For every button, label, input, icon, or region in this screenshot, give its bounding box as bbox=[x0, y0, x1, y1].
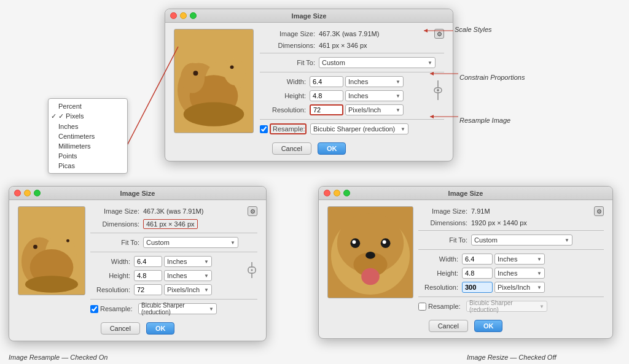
br-maximize-button[interactable] bbox=[343, 190, 350, 196]
bl-image-size-row: Image Size: 467.3K (was 7.91M) ⚙ bbox=[90, 206, 257, 216]
dropdown-item-pixels[interactable]: ✓ Pixels bbox=[49, 111, 127, 122]
main-dialog: Image Size bbox=[165, 9, 453, 161]
bl-resolution-input[interactable] bbox=[134, 284, 162, 295]
br-width-unit-select[interactable]: Inches ▼ bbox=[494, 254, 545, 265]
br-height-unit-select[interactable]: Inches ▼ bbox=[494, 268, 545, 279]
br-close-button[interactable] bbox=[324, 190, 330, 196]
bl-dialog-content: Image Size: 467.3K (was 7.91M) ⚙ Dimensi… bbox=[9, 200, 266, 341]
bl-width-unit-select[interactable]: Inches ▼ bbox=[164, 256, 212, 267]
br-resample-checkbox[interactable] bbox=[418, 303, 426, 311]
svg-point-4 bbox=[181, 63, 205, 93]
br-width-unit: Inches bbox=[498, 255, 517, 263]
bl-height-input[interactable] bbox=[134, 270, 162, 281]
resolution-row: Resolution: Pixels/Inch ▼ bbox=[260, 104, 444, 115]
bl-dimensions-label: Dimensions: bbox=[90, 220, 139, 228]
dropdown-item-percent[interactable]: Percent bbox=[49, 101, 127, 111]
dropdown-item-millimeters[interactable]: Millimeters bbox=[49, 141, 127, 151]
height-input[interactable] bbox=[310, 90, 343, 101]
br-main-area: Image Size: 7.91M ⚙ Dimensions: 1920 px … bbox=[327, 206, 604, 315]
bl-minimize-button[interactable] bbox=[24, 190, 31, 196]
close-button[interactable] bbox=[170, 12, 177, 19]
br-fit-to-select[interactable]: Custom ▼ bbox=[471, 234, 572, 246]
svg-point-26 bbox=[251, 269, 253, 271]
bl-link-icon bbox=[246, 259, 257, 281]
bl-fit-to-select[interactable]: Custom ▼ bbox=[143, 237, 238, 248]
unit-dropdown: Percent ✓ Pixels Inches Centimeters Mill… bbox=[48, 98, 128, 174]
bottom-left-dialog: Image Size Image Size: 467.3K bbox=[9, 186, 267, 341]
br-minimize-button[interactable] bbox=[334, 190, 340, 196]
resample-value: Bicubic Sharper (reduction) bbox=[313, 125, 395, 133]
bl-close-button[interactable] bbox=[14, 190, 21, 196]
resolution-label: Resolution: bbox=[260, 106, 306, 114]
svg-point-6 bbox=[193, 71, 198, 76]
width-input[interactable] bbox=[310, 76, 343, 87]
resample-row: Resample: Bicubic Sharper (reduction) ▼ bbox=[260, 123, 444, 134]
dropdown-item-points[interactable]: Points bbox=[49, 151, 127, 161]
br-height-input[interactable] bbox=[462, 268, 493, 279]
br-width-input[interactable] bbox=[462, 254, 493, 265]
br-height-row: Height: Inches ▼ bbox=[418, 268, 604, 279]
svg-point-22 bbox=[33, 245, 37, 249]
bl-ok-button[interactable]: OK bbox=[146, 322, 175, 335]
bl-height-unit: Inches bbox=[167, 272, 187, 279]
br-ok-button[interactable]: OK bbox=[474, 320, 503, 332]
svg-point-36 bbox=[365, 252, 375, 259]
br-resolution-row: Resolution: Pixels/Inch ▼ bbox=[418, 282, 604, 293]
image-size-row: Image Size: 467.3K (was 7.91M) ⚙ bbox=[260, 29, 444, 39]
fit-to-select[interactable]: Custom ▼ bbox=[319, 57, 436, 68]
bl-resolution-row: Resolution: Pixels/Inch ▼ bbox=[90, 284, 257, 295]
bl-height-unit-select[interactable]: Inches ▼ bbox=[164, 270, 212, 281]
br-resolution-unit-select[interactable]: Pixels/Inch ▼ bbox=[494, 282, 545, 293]
dropdown-item-picas[interactable]: Picas bbox=[49, 161, 127, 171]
resolution-unit-select[interactable]: Pixels/Inch ▼ bbox=[345, 104, 404, 115]
main-cancel-button[interactable]: Cancel bbox=[272, 142, 311, 155]
bl-maximize-button[interactable] bbox=[34, 190, 41, 196]
resample-annotation: Resample Image bbox=[459, 117, 510, 124]
br-cancel-button[interactable]: Cancel bbox=[429, 320, 468, 332]
minimize-button[interactable] bbox=[180, 12, 187, 19]
bl-traffic-lights bbox=[14, 190, 41, 196]
br-form-fields: Image Size: 7.91M ⚙ Dimensions: 1920 px … bbox=[418, 206, 604, 315]
height-unit-select[interactable]: Inches ▼ bbox=[345, 90, 404, 101]
gear-button[interactable]: ⚙ bbox=[434, 29, 444, 39]
bl-resample-label: Resample: bbox=[100, 305, 136, 312]
bl-resolution-unit-select[interactable]: Pixels/Inch ▼ bbox=[164, 284, 212, 295]
dropdown-item-inches[interactable]: Inches bbox=[49, 122, 127, 131]
br-resolution-input[interactable] bbox=[462, 282, 493, 293]
maximize-button[interactable] bbox=[190, 12, 197, 19]
resample-checkbox[interactable] bbox=[260, 125, 268, 133]
link-svg bbox=[433, 79, 443, 101]
bl-fit-to-row: Fit To: Custom ▼ bbox=[90, 237, 257, 248]
bl-width-input[interactable] bbox=[134, 256, 162, 267]
dimensions-value: 461 px × 346 px bbox=[319, 42, 367, 49]
bl-cancel-button[interactable]: Cancel bbox=[101, 322, 140, 335]
bl-gear-button[interactable]: ⚙ bbox=[248, 206, 257, 216]
image-size-label: Image Size: bbox=[260, 30, 315, 37]
br-fit-to-row: Fit To: Custom ▼ bbox=[418, 234, 604, 246]
resolution-input[interactable] bbox=[310, 104, 343, 115]
bl-btn-row: Cancel OK bbox=[18, 322, 257, 335]
bl-resample-select[interactable]: Bicubic Sharper (reduction) ▼ bbox=[138, 303, 217, 314]
br-gear-button[interactable]: ⚙ bbox=[594, 206, 604, 216]
bl-dog-illustration bbox=[18, 206, 85, 295]
main-ok-button[interactable]: OK bbox=[318, 142, 346, 155]
width-unit-select[interactable]: Inches ▼ bbox=[345, 76, 404, 87]
bl-height-label: Height: bbox=[90, 272, 130, 279]
br-btn-row: Cancel OK bbox=[327, 320, 604, 332]
bl-resolution-label: Resolution: bbox=[90, 286, 130, 293]
bl-resample-checkbox[interactable] bbox=[90, 305, 98, 313]
fit-to-row: Fit To: Custom ▼ bbox=[260, 57, 444, 68]
fit-to-arrow: ▼ bbox=[428, 60, 432, 66]
br-resolution-label: Resolution: bbox=[418, 284, 458, 291]
main-dialog-titlebar: Image Size bbox=[165, 9, 453, 23]
svg-point-10 bbox=[437, 89, 439, 91]
br-dog-illustration bbox=[328, 206, 413, 298]
image-size-value: 467.3K (was 7.91M) bbox=[319, 30, 379, 37]
br-resample-select[interactable]: Bicubic Sharper (reduction) ▼ bbox=[466, 301, 547, 312]
resample-select[interactable]: Bicubic Sharper (reduction) ▼ bbox=[310, 123, 408, 134]
br-dialog-title: Image Size bbox=[448, 190, 483, 197]
dropdown-item-centimeters[interactable]: Centimeters bbox=[49, 131, 127, 141]
bl-dimensions-row: Dimensions: 461 px × 346 px bbox=[90, 219, 257, 229]
br-dimensions-label: Dimensions: bbox=[418, 219, 467, 227]
br-resample-row: Resample: Bicubic Sharper (reduction) ▼ bbox=[418, 301, 604, 312]
